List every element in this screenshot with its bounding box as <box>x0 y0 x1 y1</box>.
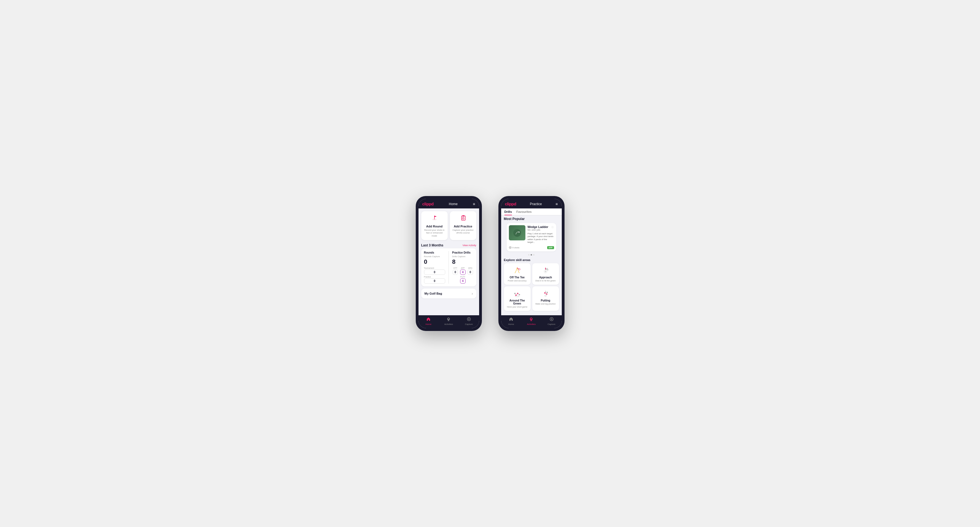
explore-grid: Off The Tee Power and accuracy <box>504 263 559 311</box>
tournament-label: Tournament <box>424 267 445 269</box>
practice-activities-icon <box>529 317 533 322</box>
golf-bag-label: My Golf Bag <box>425 292 442 295</box>
svg-line-19 <box>515 271 516 273</box>
around-green-sub: Hone your short game <box>507 306 527 308</box>
home-bottom-nav: Home Activities <box>418 315 479 328</box>
nav-activities[interactable]: Activities <box>439 317 459 325</box>
practice-content: Most Popular <box>501 215 562 315</box>
popular-footer: 9 shots APP <box>507 246 556 251</box>
ott-value: 0 <box>453 270 458 275</box>
popular-info: Wedge Ladder 50–100 yds ☆ Play 1 shot at… <box>528 225 554 244</box>
practice-tabs: Drills Favourites <box>501 208 562 215</box>
phones-container: clippd Home ≡ <box>405 185 576 342</box>
svg-point-13 <box>513 229 521 237</box>
home-header: clippd Home ≡ <box>418 199 479 208</box>
add-round-subtitle: Record your shots in fast or enhanced mo… <box>423 229 445 237</box>
svg-point-14 <box>519 232 520 233</box>
explore-section: Explore skill areas <box>501 257 562 312</box>
svg-marker-2 <box>434 216 437 217</box>
tab-drills[interactable]: Drills <box>504 210 512 215</box>
popular-img <box>509 225 525 240</box>
add-round-card[interactable]: Add Round Record your shots in fast or e… <box>421 211 448 240</box>
drills-value: 8 <box>452 258 474 265</box>
home-logo: clippd <box>422 202 434 206</box>
tee-icon <box>512 266 522 275</box>
svg-point-41 <box>530 318 532 319</box>
rounds-col: Rounds Rounds Capture 0 Tournament 0 Pra… <box>424 251 445 284</box>
add-practice-card[interactable]: Add Practice Capture your practice off-t… <box>450 211 476 240</box>
around-green-icon <box>512 289 522 298</box>
popular-card-inner: Wedge Ladder 50–100 yds ☆ Play 1 shot at… <box>507 223 556 246</box>
star-icon: ☆ <box>551 225 554 229</box>
home-menu-icon[interactable]: ≡ <box>473 202 475 206</box>
chevron-right-icon: › <box>472 291 473 296</box>
svg-point-7 <box>448 318 449 319</box>
svg-point-28 <box>547 268 548 269</box>
activities-nav-icon <box>446 317 451 322</box>
carousel-dots <box>504 253 559 257</box>
popular-drill-title: Wedge Ladder <box>528 225 549 229</box>
view-activity-link[interactable]: View Activity <box>463 244 476 247</box>
putt-value: 4 <box>460 278 466 284</box>
add-practice-title: Add Practice <box>454 225 472 228</box>
practice-capture-icon <box>549 317 554 322</box>
arg-label: ARG <box>468 267 472 269</box>
app-group: APP 4 <box>460 267 466 275</box>
svg-line-17 <box>516 268 517 271</box>
phone-home: clippd Home ≡ <box>416 196 482 331</box>
app-label: APP <box>461 267 465 269</box>
putting-sub: Make and lag practice <box>535 303 555 305</box>
app-badge: APP <box>547 246 554 249</box>
practice-logo: clippd <box>505 202 516 206</box>
rounds-title: Rounds <box>424 251 445 254</box>
svg-point-16 <box>510 247 511 248</box>
putting-icon <box>541 289 550 298</box>
popular-range: 50–100 yds <box>528 229 549 231</box>
nav-home[interactable]: Home <box>418 317 439 325</box>
practice-value: 0 <box>424 278 445 284</box>
practice-nav-home[interactable]: Home <box>501 317 521 325</box>
practice-header: clippd Practice ≡ <box>501 199 562 208</box>
phone-home-inner: clippd Home ≡ <box>418 199 479 328</box>
approach-icon <box>541 266 550 275</box>
skill-approach[interactable]: Approach Dial-in to hit the green <box>532 263 559 285</box>
activities-nav-label: Activities <box>444 323 453 325</box>
last-3-months-label: Last 3 Months <box>421 243 444 247</box>
golf-bag-row[interactable]: My Golf Bag › <box>421 289 476 298</box>
around-green-name: Around The Green <box>506 299 528 305</box>
arg-value: 0 <box>468 270 473 275</box>
capture-nav-label: Capture <box>465 323 473 325</box>
stats-row: Rounds Rounds Capture 0 Tournament 0 Pra… <box>424 251 474 284</box>
practice-nav-capture[interactable]: Capture <box>541 317 562 325</box>
practice-label: Practice <box>424 276 445 278</box>
svg-line-20 <box>518 271 519 273</box>
shots-label: 9 shots <box>509 246 520 249</box>
drills-capture-label: Drills Capture <box>452 255 474 258</box>
practice-menu-icon[interactable]: ≡ <box>555 202 558 206</box>
svg-point-39 <box>547 292 548 293</box>
stats-card: Rounds Rounds Capture 0 Tournament 0 Pra… <box>421 248 476 286</box>
tab-favourites[interactable]: Favourites <box>516 210 532 215</box>
off-the-tee-sub: Power and accuracy <box>508 279 527 282</box>
flag-icon <box>431 214 438 223</box>
skill-around-green[interactable]: Around The Green Hone your short game <box>504 286 531 311</box>
svg-point-34 <box>514 293 516 294</box>
skill-putting[interactable]: Putting Make and lag practice <box>532 286 559 311</box>
most-popular-section: Most Popular <box>501 215 562 257</box>
practice-home-label: Home <box>508 323 514 325</box>
phone-practice-inner: clippd Practice ≡ Drills Favourites Most… <box>501 199 562 328</box>
practice-capture-label: Capture <box>548 323 555 325</box>
clipboard-icon <box>459 214 467 223</box>
practice-title: Practice <box>530 202 542 206</box>
putting-name: Putting <box>541 299 550 302</box>
practice-nav-activities[interactable]: Activities <box>521 317 541 325</box>
nav-capture[interactable]: Capture <box>459 317 479 325</box>
dot-3 <box>533 254 535 256</box>
skill-off-the-tee[interactable]: Off The Tee Power and accuracy <box>504 263 531 285</box>
add-practice-subtitle: Capture your practice off-the-course <box>452 229 474 235</box>
svg-point-25 <box>545 271 546 272</box>
tournament-value: 0 <box>424 270 445 275</box>
practice-bottom-nav: Home Activities <box>501 315 562 328</box>
popular-card[interactable]: Wedge Ladder 50–100 yds ☆ Play 1 shot at… <box>507 223 556 251</box>
putt-label: PUTT <box>460 276 465 278</box>
